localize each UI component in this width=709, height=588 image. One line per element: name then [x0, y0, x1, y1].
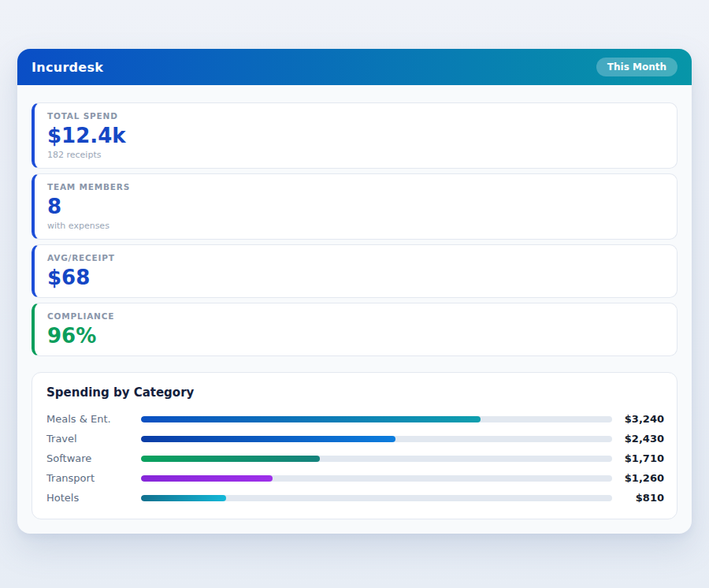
- category-label: Travel: [46, 433, 141, 445]
- category-label: Meals & Ent.: [46, 413, 141, 425]
- app-header: Incurdesk This Month: [17, 49, 692, 85]
- bar-track: [141, 495, 612, 501]
- dashboard-content: TOTAL SPEND $12.4k 182 receipts TEAM MEM…: [17, 85, 692, 534]
- chart-row-software: Software $1,710: [46, 448, 664, 468]
- stat-card-team-members: TEAM MEMBERS 8 with expenses: [32, 173, 677, 240]
- chart-row-travel: Travel $2,430: [46, 429, 664, 448]
- dashboard-panel: Incurdesk This Month TOTAL SPEND $12.4k …: [17, 49, 692, 534]
- stats-list: TOTAL SPEND $12.4k 182 receipts TEAM MEM…: [32, 102, 677, 356]
- app-title: Incurdesk: [32, 60, 103, 75]
- bar-fill: [141, 416, 481, 422]
- stat-value: $12.4k: [47, 125, 664, 147]
- spending-by-category-chart: Spending by Category Meals & Ent. $3,240…: [32, 372, 677, 519]
- stat-value: $68: [47, 266, 664, 289]
- category-value: $2,430: [612, 433, 664, 445]
- stat-value: 96%: [47, 325, 664, 348]
- stat-label: TEAM MEMBERS: [47, 182, 664, 192]
- bar-track: [141, 436, 612, 442]
- stat-subtext: 182 receipts: [47, 150, 664, 160]
- category-label: Software: [46, 452, 141, 464]
- category-label: Hotels: [46, 492, 141, 504]
- bar-track: [141, 475, 612, 482]
- bar-fill: [141, 456, 320, 462]
- stat-card-compliance: COMPLIANCE 96%: [32, 303, 677, 356]
- stat-card-avg-receipt: AVG/RECEIPT $68: [32, 244, 677, 298]
- chart-row-meals: Meals & Ent. $3,240: [46, 409, 664, 429]
- chart-row-hotels: Hotels $810: [46, 488, 664, 508]
- category-value: $1,710: [612, 452, 664, 464]
- bar-track: [141, 456, 612, 462]
- stat-card-total-spend: TOTAL SPEND $12.4k 182 receipts: [32, 102, 677, 169]
- stat-subtext: with expenses: [47, 221, 664, 231]
- stat-label: TOTAL SPEND: [47, 111, 664, 121]
- bar-fill: [141, 495, 226, 501]
- chart-row-transport: Transport $1,260: [46, 468, 664, 488]
- category-value: $810: [612, 492, 664, 504]
- category-label: Transport: [46, 472, 141, 484]
- chart-title: Spending by Category: [46, 385, 664, 400]
- category-value: $3,240: [612, 413, 664, 425]
- stat-label: AVG/RECEIPT: [47, 253, 664, 262]
- stat-value: 8: [47, 195, 664, 218]
- bar-track: [141, 416, 612, 422]
- bar-fill: [141, 475, 273, 482]
- category-value: $1,260: [612, 472, 664, 484]
- period-badge[interactable]: This Month: [596, 58, 677, 76]
- bar-fill: [141, 436, 395, 442]
- stat-label: COMPLIANCE: [47, 311, 664, 321]
